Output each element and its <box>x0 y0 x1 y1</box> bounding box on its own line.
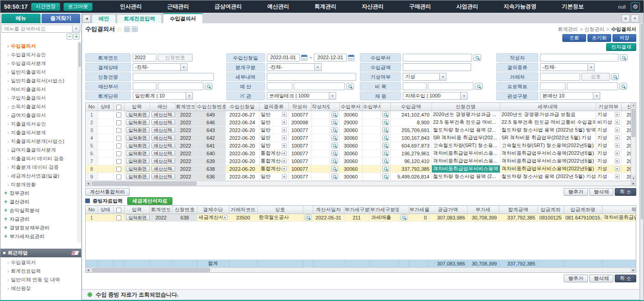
cell[interactable]: 2020년도 경영평가성과급 ... <box>431 111 500 118</box>
table-row[interactable]: 8입력화면예산선택20226382022-06-20통합계산서▼10007730… <box>86 165 631 173</box>
topbar-menu-item[interactable]: 구매관리 <box>409 3 431 10</box>
sidebar-item[interactable]: ›지출결의서분개 <box>0 128 81 137</box>
search-icon[interactable] <box>382 150 389 156</box>
cell[interactable]: 100077 <box>288 165 311 173</box>
cell[interactable]: 640 <box>196 149 225 157</box>
row-checkbox[interactable] <box>116 159 121 164</box>
topbar-menu-item[interactable]: 예산관리 <box>267 3 289 10</box>
cell[interactable]: 100077 <box>288 149 311 157</box>
grid-cell-select[interactable]: 세금계산서/...▼ <box>199 214 228 221</box>
column-header-9[interactable] <box>303 206 313 214</box>
row-checkbox[interactable] <box>116 112 121 117</box>
cell[interactable]: 철도차량 청소사업 용역 (2... <box>431 126 500 134</box>
cell[interactable]: 객차비품취급업무서비스용역(2022년5월) 기성 <box>500 149 596 157</box>
cell[interactable] <box>98 126 113 134</box>
cell[interactable] <box>362 157 380 165</box>
sidebar-item[interactable]: ›일반지출결의서(사업소) <box>0 77 81 85</box>
vendor-input-1[interactable]: 상호 <box>582 73 610 81</box>
grid-cell-select[interactable]: 통합계산서▼ <box>261 158 287 164</box>
cell[interactable] <box>113 126 124 134</box>
clear-recent-icon[interactable] <box>72 251 79 255</box>
cell[interactable]: 한국철도공사 <box>257 214 303 221</box>
cell[interactable] <box>329 142 339 149</box>
column-header-15[interactable]: 공급가액 <box>429 206 467 214</box>
sidebar-item[interactable]: ›지출분개 데이터 검증 <box>0 163 81 172</box>
cell[interactable] <box>98 111 113 118</box>
sidebar-item[interactable]: ›수입결의서 <box>0 42 81 51</box>
cell[interactable]: 비기성▼ <box>596 118 621 126</box>
scroll-down-arrow[interactable]: ▼ <box>631 176 636 181</box>
grid-cell-select[interactable]: 기성▼ <box>597 111 620 118</box>
journal-type-select[interactable]: -전체-▼ <box>267 63 322 71</box>
cell[interactable]: 100077 <box>288 142 311 149</box>
vendor-input-0[interactable] <box>540 73 580 81</box>
cell[interactable]: 196,279,961 <box>390 149 431 157</box>
cell[interactable] <box>380 173 390 180</box>
cell[interactable]: 255,709,691 <box>390 126 431 134</box>
cell[interactable]: 30060 <box>339 142 362 149</box>
table-row[interactable]: 1입력화면2022638세금계산서/...▼23500한국철도공사2022-05… <box>86 214 636 221</box>
column-header-17[interactable]: 합계금액 <box>499 206 537 214</box>
row-checkbox[interactable] <box>116 151 121 156</box>
cell[interactable]: 081 647910015... <box>564 214 602 221</box>
cell[interactable] <box>329 157 339 165</box>
sidebar-item[interactable]: ›급여지출결의서분개 <box>0 146 81 154</box>
cell[interactable]: 1 <box>86 111 98 118</box>
detail-input-0[interactable] <box>267 73 356 81</box>
cell[interactable]: 2022 <box>175 165 196 173</box>
column-header-0[interactable]: No <box>86 103 98 111</box>
cell[interactable] <box>380 111 390 118</box>
cell[interactable] <box>380 134 390 142</box>
cell[interactable]: 646 <box>196 118 225 126</box>
cell[interactable] <box>380 149 390 157</box>
cell[interactable] <box>98 118 113 126</box>
scroll-up-arrow[interactable]: ▲ <box>631 103 636 108</box>
column-header-16[interactable]: 신청건명 <box>431 103 500 111</box>
grid-cell-button[interactable]: 예산선택 <box>151 158 175 164</box>
cell[interactable]: 2022-06-20 <box>621 173 631 180</box>
search-icon[interactable] <box>382 112 389 117</box>
topbar-menu-item[interactable]: 자산관리 <box>362 3 384 10</box>
grid-cell-select[interactable]: 기성▼ <box>597 158 620 164</box>
cell[interactable]: 307,083,986 <box>429 214 467 221</box>
cell[interactable] <box>113 142 124 149</box>
cell[interactable] <box>329 173 339 180</box>
cell[interactable]: 200098 <box>288 118 311 126</box>
cell[interactable]: 예산선택 <box>150 173 175 180</box>
topbar-menu-item[interactable]: 지속가능경영 <box>504 3 536 10</box>
grid-cell-button[interactable]: 입력화면 <box>126 173 150 179</box>
search-icon[interactable] <box>400 214 407 220</box>
column-header-17[interactable]: 세부내역 <box>500 103 596 111</box>
search-icon[interactable] <box>382 143 389 148</box>
cell[interactable]: 649 <box>196 111 225 118</box>
cell[interactable]: 예산선택 <box>150 134 175 142</box>
grid-cell-button[interactable]: 예산선택 <box>151 143 175 148</box>
cell[interactable] <box>362 111 380 118</box>
cell[interactable] <box>98 134 113 142</box>
search-icon[interactable] <box>382 173 389 179</box>
cell[interactable]: 2022 <box>175 111 196 118</box>
cell[interactable] <box>98 157 113 165</box>
cell[interactable]: 기성▼ <box>596 165 621 173</box>
sidebar-group[interactable]: +자금관리 <box>0 215 81 224</box>
expense-item-input-0[interactable] <box>403 82 426 90</box>
cell[interactable]: 고속철도차량(SRT) 청소용... <box>431 142 500 149</box>
cell[interactable]: 2022-06-20 <box>225 126 259 134</box>
column-header-8[interactable]: 상호 <box>257 206 303 214</box>
cell[interactable]: 입력화면 <box>124 165 150 173</box>
cell[interactable]: 2022-06-20 <box>621 134 631 142</box>
grid-cell-select[interactable]: 통합계산서▼ <box>261 165 287 172</box>
cell[interactable] <box>311 157 329 165</box>
calendar-icon[interactable] <box>301 55 307 61</box>
cell[interactable]: 337,792,385 <box>390 165 431 173</box>
sidebar-group[interactable]: +결산관리 <box>0 198 81 206</box>
cell[interactable] <box>362 149 380 157</box>
grid-cell-select[interactable]: 기성▼ <box>597 127 620 133</box>
cell[interactable]: 입력화면 <box>124 149 150 157</box>
cancel-button-2[interactable]: 취 소 <box>615 275 636 282</box>
row-checkbox[interactable] <box>116 215 121 220</box>
income-apply-date-date-input-2[interactable]: 2022-12-31 <box>314 54 347 61</box>
cell[interactable]: 0 <box>409 214 429 221</box>
column-header-18[interactable]: 기성여부 <box>596 103 621 111</box>
column-header-10[interactable]: 계산서일자 <box>313 206 344 214</box>
